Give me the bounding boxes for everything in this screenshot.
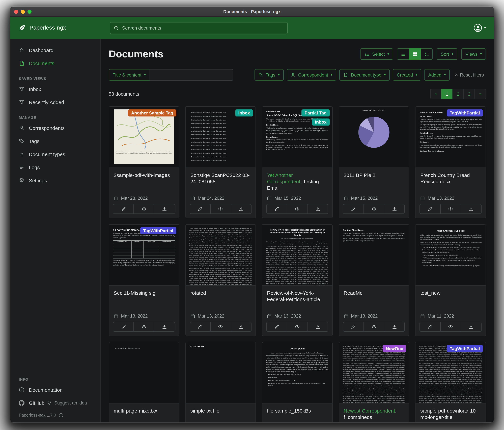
edit-document-button[interactable] <box>190 205 210 214</box>
tag-badge[interactable]: Inbox <box>312 119 329 126</box>
sidebar-item-inbox[interactable]: Inbox <box>10 83 100 96</box>
edit-document-button[interactable] <box>113 205 134 214</box>
tag-badge[interactable]: TagWithPartial <box>447 109 483 116</box>
sidebar-item-dashboard[interactable]: Dashboard <box>10 44 100 57</box>
tag-badge[interactable]: Partial Tag <box>302 109 330 116</box>
download-document-button[interactable] <box>384 322 405 331</box>
edit-document-button[interactable] <box>343 322 363 331</box>
tag-badge[interactable]: NewOne <box>383 345 406 352</box>
document-title[interactable]: Sec 11-Missing sig <box>114 290 174 296</box>
view-document-button[interactable] <box>134 322 154 331</box>
tag-badge[interactable]: TagWithPartial <box>447 345 483 352</box>
document-thumbnail[interactable]: TagWithPartial French Country BreadFor t… <box>416 107 486 168</box>
info-icon[interactable] <box>59 413 63 418</box>
created-filter-button[interactable]: Created ▾ <box>393 69 421 81</box>
title-content-dropdown[interactable]: Title & content ▾ <box>109 69 150 81</box>
window-titlebar[interactable]: Documents - Paperless-ngx <box>10 7 494 17</box>
edit-document-button[interactable] <box>267 322 287 331</box>
tags-filter-button[interactable]: Tags ▾ <box>254 69 284 81</box>
document-thumbnail[interactable]: Patient BP Distribution 2011 <box>339 107 409 168</box>
tag-badge[interactable]: Another Sample Tag <box>128 109 176 116</box>
reset-filters-button[interactable]: × Reset filters <box>453 72 486 78</box>
document-correspondent[interactable]: Newest Correspondent <box>344 408 395 413</box>
correspondent-filter-button[interactable]: Correspondent ▾ <box>287 69 336 81</box>
document-thumbnail[interactable]: Review of New York Federal Petitions for… <box>262 224 332 286</box>
zoom-window-button[interactable] <box>27 9 32 14</box>
sort-button[interactable]: Sort ▾ <box>437 48 458 60</box>
document-title[interactable]: Sonstige ScanPC2022 03-24_081058 <box>190 172 251 185</box>
sidebar-item-tags[interactable]: Tags <box>10 135 100 148</box>
sidebar-item-recently-added[interactable]: Recently Added <box>10 96 100 109</box>
suggest-idea-link[interactable]: Suggest an idea <box>46 401 87 405</box>
document-thumbnail[interactable]: Inbox This is a test for the double spac… <box>186 107 255 168</box>
download-document-button[interactable] <box>307 322 328 331</box>
document-thumbnail[interactable]: NewOne Lorem ipsum dolor sit amet, conse… <box>339 342 409 403</box>
document-thumbnail[interactable]: Lorem ipsumLorem ipsum dolor sit amet, c… <box>262 342 332 403</box>
added-filter-button[interactable]: Added ▾ <box>424 69 450 81</box>
download-document-button[interactable] <box>461 322 481 331</box>
views-button[interactable]: Views ▾ <box>461 48 486 60</box>
document-title[interactable]: French Country Bread Revised.docx <box>420 172 481 185</box>
sidebar-item-correspondents[interactable]: Correspondents <box>10 122 100 135</box>
tag-badge[interactable]: TagWithPartial <box>140 227 176 234</box>
tag-badge[interactable]: Inbox <box>235 109 253 116</box>
view-document-button[interactable] <box>363 205 384 214</box>
edit-document-button[interactable] <box>420 322 440 331</box>
view-document-button[interactable] <box>440 205 460 214</box>
detail-view-button[interactable] <box>421 48 433 60</box>
document-title[interactable]: sample-pdf-download-10-mb-longer-title <box>420 408 481 420</box>
document-title[interactable]: ReadMe <box>344 290 404 296</box>
document-thumbnail[interactable]: This is a multi page document. Page 1. <box>109 342 179 403</box>
document-thumbnail[interactable]: TagWithPartial Lorem ipsum dolor sit ame… <box>416 342 486 403</box>
document-thumbnail[interactable]: Contact Sheet DemoGiven a set of image f… <box>339 224 409 286</box>
document-title[interactable]: rotated <box>190 290 251 296</box>
minimize-window-button[interactable] <box>21 9 25 14</box>
view-document-button[interactable] <box>210 322 231 331</box>
user-menu[interactable]: ▾ <box>474 24 486 32</box>
sidebar-item-settings[interactable]: ⚙ Settings <box>10 174 100 187</box>
view-document-button[interactable] <box>440 322 460 331</box>
download-document-button[interactable] <box>154 205 175 214</box>
document-thumbnail[interactable]: Adobe Acrobat PDF FilesAdobe Portable Do… <box>416 224 486 286</box>
search-input[interactable] <box>121 25 284 31</box>
edit-document-button[interactable] <box>420 205 440 214</box>
sidebar-item-logs[interactable]: Logs <box>10 161 100 174</box>
download-document-button[interactable] <box>231 322 251 331</box>
list-view-button[interactable] <box>397 48 409 60</box>
edit-document-button[interactable] <box>190 322 210 331</box>
document-thumbnail[interactable]: Partial TagInbox Release NotesSimba ODBC… <box>262 107 332 168</box>
edit-document-button[interactable] <box>343 205 363 214</box>
download-document-button[interactable] <box>384 205 405 214</box>
edit-document-button[interactable] <box>267 205 287 214</box>
document-title[interactable]: multi-page-mixedxx <box>114 408 174 414</box>
download-document-button[interactable] <box>231 205 251 214</box>
document-title[interactable]: 2011 BP Pie 2 <box>344 172 404 178</box>
document-thumbnail[interactable]: This is a test file. <box>186 342 255 403</box>
document-title[interactable]: file-sample_150kBs <box>267 408 327 414</box>
pagination-page-button[interactable]: 2 <box>452 89 464 99</box>
document-title[interactable]: 2sample-pdf-with-images <box>114 172 174 178</box>
document-title[interactable]: Yet Another Correspondent: Testing Email <box>267 172 327 191</box>
document-thumbnail[interactable]: This is the text that appears on the fir… <box>186 224 255 286</box>
sidebar-item-github[interactable]: GitHub <box>10 396 46 410</box>
pagination-page-button[interactable]: 3 <box>463 89 475 99</box>
download-document-button[interactable] <box>307 205 328 214</box>
document-thumbnail[interactable]: TagWithPartial 1.1 CONTINUING MEDICAL ED… <box>109 224 179 286</box>
brand[interactable]: Paperless-ngx <box>18 24 101 32</box>
select-button[interactable]: Select ▾ <box>360 48 393 60</box>
document-title[interactable]: test_new <box>420 290 481 296</box>
view-document-button[interactable] <box>363 322 384 331</box>
sidebar-item-documentation[interactable]: ? Documentation <box>10 383 100 396</box>
document-correspondent[interactable]: Yet Another Correspondent <box>267 172 300 184</box>
pagination-next-button[interactable]: » <box>475 89 486 99</box>
view-document-button[interactable] <box>287 205 307 214</box>
grid-view-button[interactable] <box>409 48 421 60</box>
close-window-button[interactable] <box>14 9 18 14</box>
document-thumbnail[interactable]: Curabitur bibendum ante urna, sed blandi… <box>109 107 179 168</box>
pagination-page-button[interactable]: 1 <box>441 89 453 99</box>
view-document-button[interactable] <box>287 322 307 331</box>
view-document-button[interactable] <box>210 205 231 214</box>
pagination-prev-button[interactable]: « <box>430 89 442 99</box>
global-search[interactable] <box>110 22 288 34</box>
edit-document-button[interactable] <box>113 322 134 331</box>
